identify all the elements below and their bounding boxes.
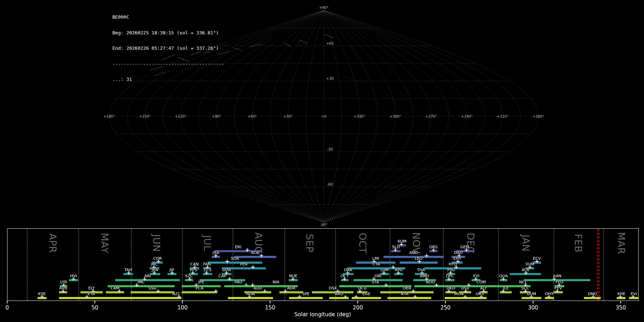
- x-tick: [7, 301, 8, 303]
- x-tick: [94, 301, 95, 303]
- shower-peak-marker: +: [396, 270, 401, 275]
- equator-lon-label: +150°: [139, 114, 151, 118]
- equator-lon-label: +270°: [425, 114, 437, 118]
- radiant-streak: [162, 54, 175, 60]
- radiant-streak: [178, 57, 189, 62]
- shower-label: OER: [395, 286, 420, 291]
- equator-lon-label: +180°: [533, 114, 544, 118]
- x-tick-label: 300: [525, 304, 542, 311]
- shower-label: AUR: [279, 286, 304, 291]
- shower-bar: [445, 297, 473, 299]
- x-tick: [182, 301, 183, 303]
- equator-lon-label: +90°: [212, 114, 221, 118]
- x-tick: [533, 301, 533, 303]
- shower-label: ORI: [366, 274, 391, 278]
- equator-lon-label: +60°: [248, 114, 257, 118]
- shower-peak-marker: +: [297, 294, 302, 299]
- screenshot-root: BE000C Beg: 20260225 18:38:15 (sol = 336…: [0, 0, 644, 322]
- radiant-streak: [233, 48, 242, 50]
- equator-lon-label: +210°: [497, 114, 508, 118]
- shower-bar: [123, 297, 181, 299]
- x-tick: [270, 301, 270, 303]
- shower-bar: [59, 297, 123, 299]
- shower-label: ARI: [135, 274, 160, 278]
- shower-peak-marker: +: [523, 270, 528, 275]
- shower-peak-marker: +: [353, 294, 358, 299]
- shower-peak-marker: +: [126, 270, 131, 275]
- shower-peak-marker: +: [176, 294, 181, 299]
- month-gridline: [27, 229, 28, 301]
- shower-peak-marker: +: [247, 294, 252, 299]
- shower-peak-marker: +: [134, 283, 139, 288]
- shower-peak-marker: +: [417, 259, 422, 264]
- decor-arc: [442, 107, 462, 124]
- radiant-streak: [300, 40, 308, 44]
- shower-peak-marker: +: [213, 289, 218, 294]
- x-tick-label: 150: [262, 304, 279, 311]
- shower-peak-marker: +: [546, 294, 551, 299]
- shower-label: JPE: [189, 280, 214, 284]
- shower-peak-marker: +: [342, 277, 347, 282]
- shower-peak-marker: +: [225, 259, 230, 264]
- x-tick-label: 350: [612, 304, 629, 311]
- shower-peak-marker: +: [262, 289, 267, 294]
- equator-lon-label: +330°: [354, 114, 365, 118]
- shower-label: PCA: [187, 286, 212, 291]
- shower-peak-marker: +: [204, 270, 209, 275]
- shower-label: KCG: [243, 251, 268, 255]
- lat-label: +90°: [319, 6, 328, 10]
- radiant-streak: [154, 72, 165, 76]
- shower-peak-marker: +: [283, 289, 288, 294]
- sky-map-sinusoidal-projection: +180°+150°+120°+90°+60°+30°+0+330°+300°+…: [0, 0, 644, 228]
- shower-label: AND: [401, 251, 426, 255]
- meridian-line: [127, 10, 324, 222]
- shower-label: DSX: [320, 286, 345, 291]
- shower-peak-marker: +: [343, 294, 348, 299]
- radiant-streak: [191, 52, 201, 55]
- shower-peak-marker: +: [463, 294, 468, 299]
- shower-label: HYD: [440, 262, 465, 267]
- shower-peak-marker: +: [384, 283, 389, 288]
- meridian-line: [324, 10, 485, 222]
- equator-lon-label: +30°: [283, 114, 293, 118]
- shower-peak-marker: +: [479, 294, 484, 299]
- x-tick-label: 200: [349, 304, 366, 311]
- x-tick-label: 250: [437, 304, 454, 311]
- shower-peak-marker: +: [259, 253, 264, 258]
- shower-label: SSG: [140, 286, 165, 291]
- month-gridline: [131, 229, 132, 301]
- radiant-streak: [150, 67, 163, 70]
- shower-peak-marker: +: [40, 294, 45, 299]
- meridian-line: [324, 10, 521, 222]
- radiant-streak: [203, 50, 215, 53]
- radiant-streak: [324, 34, 333, 38]
- shower-label: ETA: [79, 292, 104, 296]
- decor-arc: [343, 76, 362, 83]
- equator-lon-label: +120°: [175, 114, 186, 118]
- decor-arc: [399, 91, 438, 131]
- x-tick-label: 50: [86, 304, 103, 311]
- shower-peak-marker: +: [84, 294, 89, 299]
- shower-peak-marker: +: [170, 270, 175, 275]
- shower-peak-marker: +: [431, 248, 436, 253]
- lat-label: +30: [326, 77, 333, 80]
- shower-peak-marker: +: [117, 289, 122, 294]
- shower-peak-marker: +: [501, 277, 506, 282]
- radiant-streak: [219, 51, 230, 54]
- lat-label: -90°: [320, 223, 327, 227]
- shower-peak-marker: +: [447, 277, 452, 282]
- shower-peak-marker: +: [291, 277, 296, 282]
- x-tick-label: 0: [0, 304, 16, 311]
- meridian-line: [163, 10, 324, 222]
- shower-peak-marker: +: [213, 253, 218, 258]
- lat-label: -60: [327, 182, 333, 186]
- shower-peak-marker: +: [393, 248, 398, 253]
- shower-peak-marker: +: [501, 289, 506, 294]
- shower-peak-marker: +: [60, 289, 65, 294]
- shower-bar: [289, 297, 323, 299]
- shower-label: COM: [469, 280, 494, 284]
- shower-label: CAM: [102, 286, 127, 291]
- x-tick: [445, 301, 446, 303]
- shower-label: NOO: [418, 280, 443, 284]
- shower-bar: [387, 297, 431, 299]
